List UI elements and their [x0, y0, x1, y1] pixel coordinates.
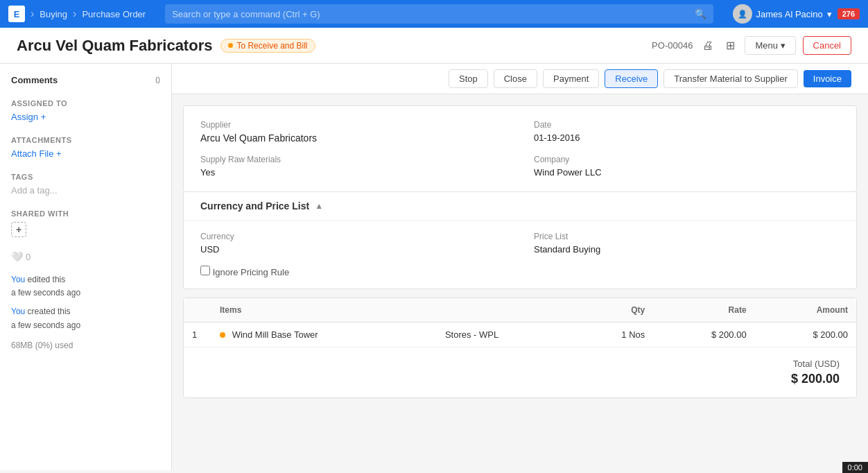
notification-badge[interactable]: 276 — [837, 8, 860, 19]
menu-button[interactable]: Menu ▾ — [745, 36, 795, 55]
page-header: Arcu Vel Quam Fabricators To Receive and… — [0, 28, 868, 64]
tags-label: TAGS — [11, 173, 160, 181]
currency-label: Currency — [200, 232, 506, 241]
supplier-value[interactable]: Arcu Vel Quam Fabricators — [200, 132, 506, 144]
brand-logo: E — [8, 6, 25, 22]
payment-button[interactable]: Payment — [543, 69, 599, 88]
content-area: Stop Close Payment Receive Transfer Mate… — [172, 64, 868, 470]
date-label: Date — [534, 120, 840, 130]
transfer-button[interactable]: Transfer Material to Supplier — [663, 69, 798, 88]
sidebar-attachments: ATTACHMENTS Attach File + — [11, 136, 160, 159]
currency-grid: Currency USD Price List Standard Buying — [184, 221, 856, 260]
ignore-pricing-checkbox[interactable] — [200, 266, 210, 275]
col-warehouse — [437, 298, 575, 322]
log-entry-2: You created this a few seconds ago — [11, 305, 160, 332]
date-field: Date 01-19-2016 — [534, 120, 840, 144]
row-warehouse: Stores - WPL — [437, 322, 575, 347]
page-title: Arcu Vel Quam Fabricators — [17, 37, 212, 55]
total-value: $ 200.00 — [200, 372, 840, 386]
total-label: Total (USD) — [200, 359, 840, 369]
currency-header: Currency and Price List ▲ — [184, 192, 856, 221]
receive-button[interactable]: Receive — [605, 69, 658, 88]
log1-action: edited this — [25, 275, 65, 284]
close-button[interactable]: Close — [494, 69, 537, 88]
sidebar: Comments 0 ASSIGNED TO Assign + ATTACHME… — [0, 64, 172, 470]
invoice-button[interactable]: Invoice — [804, 70, 851, 87]
log2-time: a few seconds ago — [11, 320, 80, 330]
search-bar[interactable]: 🔍 — [165, 4, 713, 24]
status-badge: To Receive and Bill — [220, 39, 315, 53]
avatar: 👤 — [733, 4, 752, 24]
ignore-pricing-row: Ignore Pricing Rule — [184, 260, 856, 289]
row-rate: $ 200.00 — [653, 322, 754, 347]
company-label: Company — [534, 155, 840, 164]
col-amount: Amount — [755, 298, 856, 322]
supply-value[interactable]: Yes — [200, 167, 506, 178]
status-text: To Receive and Bill — [236, 41, 307, 51]
print-button[interactable]: 🖨 — [700, 37, 716, 55]
currency-section-title: Currency and Price List — [200, 200, 309, 212]
tag-input[interactable]: Add a tag... — [11, 185, 58, 196]
bottom-bar-time: 0:00 — [848, 463, 862, 470]
sidebar-shared: SHARED WITH + — [11, 209, 160, 237]
currency-section: Currency and Price List ▲ Currency USD P… — [183, 192, 857, 289]
ignore-pricing-label: Ignore Pricing Rule — [213, 267, 290, 277]
supplier-section: Supplier Arcu Vel Quam Fabricators Date … — [183, 105, 857, 192]
user-name: James Al Pacino — [756, 9, 823, 19]
attach-file-button[interactable]: Attach File + — [11, 148, 160, 159]
log1-you: You — [11, 275, 25, 284]
price-list-field: Price List Standard Buying — [534, 232, 840, 255]
comments-label: Comments — [11, 75, 58, 85]
breadcrumb-buying[interactable]: Buying — [40, 9, 67, 19]
items-section: Items Qty Rate Amount 1 Wind Mill Base T… — [183, 298, 857, 398]
po-number: PO-00046 — [652, 40, 693, 51]
like-count: 0 — [26, 252, 31, 262]
currency-value[interactable]: USD — [200, 244, 506, 255]
supplier-label: Supplier — [200, 120, 506, 130]
company-field: Company Wind Power LLC — [534, 155, 840, 178]
total-section: Total (USD) $ 200.00 — [184, 347, 856, 397]
header-actions: PO-00046 🖨 ⊞ Menu ▾ Cancel — [652, 36, 851, 55]
stop-button[interactable]: Stop — [449, 69, 488, 88]
grid-view-button[interactable]: ⊞ — [723, 36, 738, 55]
col-items: Items — [211, 298, 437, 322]
supply-label: Supply Raw Materials — [200, 155, 506, 164]
sidebar-assigned: ASSIGNED TO Assign + — [11, 99, 160, 122]
supplier-grid: Supplier Arcu Vel Quam Fabricators Date … — [184, 106, 856, 191]
log2-you: You — [11, 307, 25, 316]
table-row[interactable]: 1 Wind Mill Base Tower Stores - WPL 1 No… — [184, 322, 856, 347]
table-header-row: Items Qty Rate Amount — [184, 298, 856, 322]
supply-raw-field: Supply Raw Materials Yes — [200, 155, 506, 178]
bottom-bar: 0:00 — [842, 462, 868, 470]
like-button[interactable]: 🤍 0 — [11, 251, 160, 262]
action-bar: Stop Close Payment Receive Transfer Mate… — [172, 64, 868, 94]
cancel-button[interactable]: Cancel — [803, 36, 851, 55]
col-qty: Qty — [575, 298, 654, 322]
user-menu[interactable]: 👤 James Al Pacino ▾ — [733, 4, 832, 24]
section-collapse-icon[interactable]: ▲ — [315, 201, 323, 211]
supplier-field: Supplier Arcu Vel Quam Fabricators — [200, 120, 506, 144]
price-list-label: Price List — [534, 232, 840, 241]
log1-time: a few seconds ago — [11, 288, 80, 298]
price-list-value[interactable]: Standard Buying — [534, 244, 840, 255]
date-value[interactable]: 01-19-2016 — [534, 132, 840, 143]
title-area: Arcu Vel Quam Fabricators To Receive and… — [17, 37, 315, 55]
log2-action: created this — [25, 307, 70, 316]
heart-icon: 🤍 — [11, 251, 23, 262]
items-table: Items Qty Rate Amount 1 Wind Mill Base T… — [184, 298, 856, 347]
col-rate: Rate — [653, 298, 754, 322]
item-status-dot — [220, 332, 225, 338]
breadcrumb-purchase-order[interactable]: Purchase Order — [82, 9, 146, 19]
company-value[interactable]: Wind Power LLC — [534, 167, 840, 178]
add-shared-button[interactable]: + — [11, 222, 26, 237]
comments-count: 0 — [155, 76, 160, 85]
storage-usage: 68MB (0%) used — [11, 341, 160, 350]
status-dot — [228, 43, 233, 48]
search-input[interactable] — [172, 9, 690, 19]
shared-label: SHARED WITH — [11, 209, 160, 218]
search-icon: 🔍 — [695, 8, 706, 19]
assign-button[interactable]: Assign + — [11, 112, 160, 122]
item-name[interactable]: Wind Mill Base Tower — [232, 329, 318, 340]
chevron-down-icon: ▾ — [827, 9, 832, 19]
main-layout: Comments 0 ASSIGNED TO Assign + ATTACHME… — [0, 64, 868, 470]
